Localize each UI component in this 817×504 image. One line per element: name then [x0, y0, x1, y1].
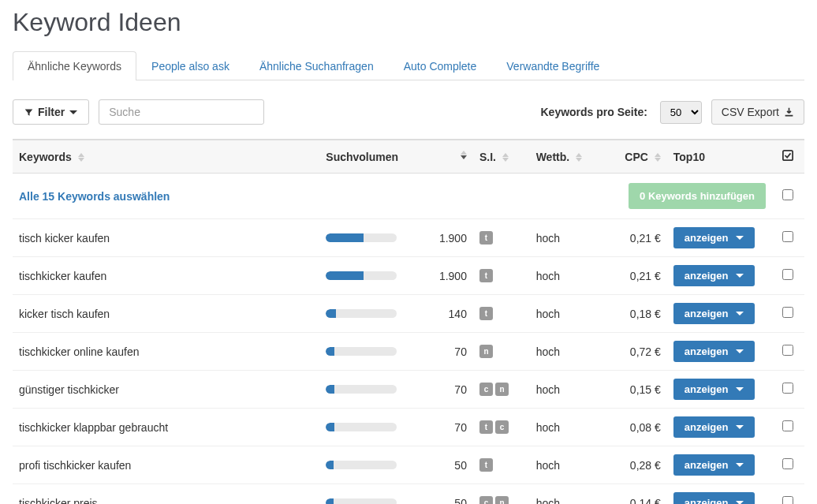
col-wettb[interactable]: Wettb.	[530, 140, 602, 174]
si-cell: t	[473, 446, 530, 484]
volume-value: 1.900	[406, 270, 467, 282]
volume-cell: 70	[319, 371, 473, 409]
volume-bar	[326, 309, 397, 318]
keyword-cell: tischkicker online kaufen	[13, 333, 319, 371]
row-checkbox[interactable]	[782, 345, 793, 356]
per-page-select[interactable]: 50	[660, 101, 702, 124]
chevron-down-icon	[736, 312, 744, 315]
tab-0[interactable]: Ähnliche Keywords	[13, 51, 136, 80]
si-cell: cn	[473, 371, 530, 409]
row-checkbox[interactable]	[782, 496, 793, 504]
si-badge: c	[495, 420, 509, 434]
volume-cell: 1.900	[319, 219, 473, 257]
search-input[interactable]	[99, 99, 264, 125]
top10-cell: anzeigen	[667, 409, 772, 446]
anzeigen-button[interactable]: anzeigen	[673, 454, 755, 476]
chevron-down-icon	[736, 274, 744, 278]
keyword-cell: kicker tisch kaufen	[13, 295, 319, 333]
top10-cell: anzeigen	[667, 484, 772, 505]
top10-cell: anzeigen	[667, 446, 772, 484]
volume-bar	[326, 271, 397, 280]
check-cell	[772, 371, 804, 409]
check-all-icon	[782, 151, 793, 163]
volume-bar	[326, 423, 397, 431]
row-checkbox[interactable]	[782, 231, 793, 242]
toolbar: Filter Keywords pro Seite: 50 CSV Export	[13, 99, 804, 125]
row-checkbox[interactable]	[782, 269, 793, 280]
tab-4[interactable]: Verwandte Begriffe	[491, 51, 614, 80]
tabs: Ähnliche KeywordsPeople also askÄhnliche…	[13, 51, 804, 80]
anzeigen-label: anzeigen	[685, 308, 729, 319]
anzeigen-label: anzeigen	[685, 270, 729, 282]
table-row: tischkicker klappbar gebraucht70tchoch0,…	[13, 409, 804, 446]
cpc-cell: 0,21 €	[602, 219, 667, 257]
volume-cell: 140	[319, 295, 473, 333]
col-si[interactable]: S.I.	[473, 140, 530, 174]
volume-value: 70	[406, 421, 467, 434]
col-cpc[interactable]: CPC	[602, 140, 667, 174]
si-badge: t	[479, 231, 493, 245]
top10-cell: anzeigen	[667, 371, 772, 409]
tab-3[interactable]: Auto Complete	[389, 51, 492, 80]
row-checkbox[interactable]	[782, 189, 793, 200]
check-cell	[772, 257, 804, 295]
si-badge: c	[479, 496, 493, 504]
anzeigen-button[interactable]: anzeigen	[673, 379, 755, 400]
select-all-link[interactable]: Alle 15 Keywords auswählen	[19, 190, 170, 203]
row-checkbox[interactable]	[782, 307, 793, 318]
si-badge: n	[479, 345, 493, 358]
volume-cell: 70	[319, 333, 473, 371]
col-volume[interactable]: Suchvolumen	[319, 140, 473, 174]
table-row: tischkicker preis50cnhoch0,14 €anzeigen	[13, 484, 804, 505]
chevron-down-icon	[736, 425, 744, 429]
si-badge: t	[479, 420, 493, 434]
si-badge: t	[479, 269, 493, 282]
si-cell: t	[473, 219, 530, 257]
anzeigen-button[interactable]: anzeigen	[673, 303, 755, 324]
anzeigen-button[interactable]: anzeigen	[673, 227, 755, 248]
filter-button[interactable]: Filter	[13, 99, 89, 125]
volume-bar	[326, 385, 397, 394]
filter-icon	[24, 108, 33, 117]
filter-label: Filter	[38, 106, 65, 118]
volume-cell: 1.900	[319, 257, 473, 295]
col-check-all[interactable]	[772, 140, 804, 174]
anzeigen-button[interactable]: anzeigen	[673, 492, 755, 504]
sort-icon	[655, 153, 661, 162]
tab-2[interactable]: Ähnliche Suchanfragen	[244, 51, 389, 80]
si-badge: n	[495, 383, 509, 396]
anzeigen-button[interactable]: anzeigen	[673, 265, 755, 286]
chevron-down-icon	[736, 349, 744, 353]
keywords-table: Keywords Suchvolumen S.I. Wettb. CPC Top…	[13, 139, 804, 504]
check-cell	[772, 333, 804, 371]
volume-value: 1.900	[406, 232, 467, 245]
keyword-cell: tischkicker preis	[13, 484, 319, 505]
si-badge: t	[479, 458, 493, 472]
top10-cell: anzeigen	[667, 219, 772, 257]
add-keywords-button[interactable]: 0 Keywords hinzufügen	[629, 183, 766, 209]
table-row: tischkicker online kaufen70nhoch0,72 €an…	[13, 333, 804, 371]
chevron-down-icon	[736, 387, 744, 391]
table-row: günstiger tischkicker70cnhoch0,15 €anzei…	[13, 371, 804, 409]
check-cell	[772, 219, 804, 257]
wettb-cell: hoch	[530, 295, 602, 333]
csv-export-button[interactable]: CSV Export	[711, 99, 804, 125]
keyword-cell: profi tischkicker kaufen	[13, 446, 319, 484]
row-checkbox[interactable]	[782, 420, 793, 431]
download-icon	[784, 107, 794, 118]
si-cell: tc	[473, 409, 530, 446]
cpc-cell: 0,28 €	[602, 446, 667, 484]
si-cell: t	[473, 295, 530, 333]
anzeigen-button[interactable]: anzeigen	[673, 416, 755, 438]
wettb-cell: hoch	[530, 333, 602, 371]
wettb-cell: hoch	[530, 409, 602, 446]
col-keywords[interactable]: Keywords	[13, 140, 319, 174]
row-checkbox[interactable]	[782, 383, 793, 394]
keyword-cell: tischkicker kaufen	[13, 257, 319, 295]
anzeigen-button[interactable]: anzeigen	[673, 341, 755, 362]
sort-icon	[78, 153, 84, 162]
row-checkbox[interactable]	[782, 458, 793, 469]
si-badge: t	[479, 307, 493, 320]
tab-1[interactable]: People also ask	[136, 51, 244, 80]
anzeigen-label: anzeigen	[685, 232, 729, 244]
